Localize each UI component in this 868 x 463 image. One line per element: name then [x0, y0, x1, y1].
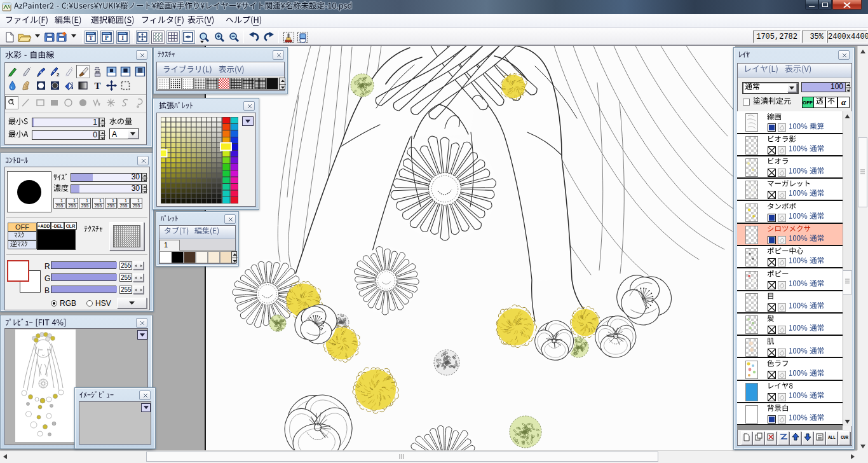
svg-text:2: 2: [57, 72, 60, 77]
svg-text:T: T: [94, 81, 100, 91]
svg-text:ALL: ALL: [828, 436, 836, 440]
svg-text:I: I: [121, 35, 124, 41]
svg-text:T: T: [89, 35, 93, 41]
svg-text:CUR: CUR: [841, 436, 848, 440]
svg-text:P: P: [105, 35, 109, 41]
